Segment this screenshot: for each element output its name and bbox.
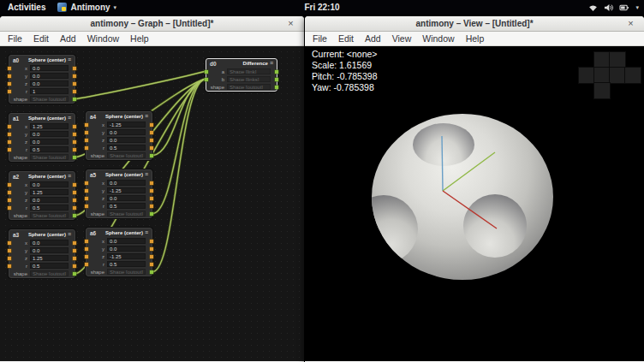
output-port[interactable] xyxy=(150,154,153,157)
output-port[interactable] xyxy=(73,191,76,194)
node-menu-icon[interactable]: ≡ xyxy=(68,232,71,237)
value-input[interactable]: 0.0 xyxy=(30,131,69,137)
value-input[interactable]: 0.0 xyxy=(30,139,69,145)
value-input[interactable]: 0.0 xyxy=(30,65,69,71)
value-input[interactable]: -1.25 xyxy=(107,122,146,128)
clock-button[interactable]: Fri 22:10 xyxy=(304,3,339,12)
output-port[interactable] xyxy=(150,146,153,150)
output-port[interactable] xyxy=(73,264,76,268)
output-port[interactable] xyxy=(73,199,76,202)
node-d0[interactable]: d0Difference≡aShape [link]bShape [links]… xyxy=(206,58,277,92)
input-port[interactable] xyxy=(205,78,208,81)
node-title-bar[interactable]: a5Sphere (center)≡ xyxy=(86,170,152,179)
menu-help[interactable]: Help xyxy=(130,33,149,44)
output-port[interactable] xyxy=(275,70,278,74)
value-input[interactable]: 0.0 xyxy=(30,80,69,86)
menu-view[interactable]: View xyxy=(392,33,412,44)
output-port[interactable] xyxy=(150,212,153,216)
value-input[interactable]: 0.0 xyxy=(30,73,69,79)
close-icon[interactable]: × xyxy=(285,17,296,30)
graph-window-titlebar[interactable]: antimony – Graph – [Untitled]* × xyxy=(0,16,304,32)
input-port[interactable] xyxy=(85,263,88,266)
output-port[interactable] xyxy=(150,197,153,200)
output-port[interactable] xyxy=(150,247,153,251)
input-port[interactable] xyxy=(8,249,11,252)
value-input[interactable]: 0.5 xyxy=(107,145,146,151)
menu-window[interactable]: Window xyxy=(87,33,119,44)
input-port[interactable] xyxy=(8,206,11,210)
output-port[interactable] xyxy=(73,90,76,93)
input-port[interactable] xyxy=(8,133,11,136)
input-port[interactable] xyxy=(8,148,11,151)
node-a5[interactable]: a5Sphere (center)≡x0.0y-1.25z0.0r0.5shap… xyxy=(86,169,152,218)
activities-button[interactable]: Activities xyxy=(8,3,45,12)
system-tray[interactable]: ▾ xyxy=(588,0,639,15)
output-port[interactable] xyxy=(73,206,76,210)
input-port[interactable] xyxy=(205,70,208,74)
output-port[interactable] xyxy=(73,133,76,136)
value-input[interactable]: 0.0 xyxy=(30,240,69,246)
node-menu-icon[interactable]: ≡ xyxy=(68,57,71,62)
view-3d-canvas[interactable]: Current: <none>Scale: 1.61569Pitch: -0.7… xyxy=(305,46,644,361)
input-port[interactable] xyxy=(8,125,11,128)
value-input[interactable]: 0.0 xyxy=(107,238,146,244)
input-port[interactable] xyxy=(85,131,88,134)
output-port[interactable] xyxy=(73,257,76,260)
output-port[interactable] xyxy=(150,131,153,134)
input-port[interactable] xyxy=(8,140,11,144)
input-port[interactable] xyxy=(8,264,11,268)
menu-help[interactable]: Help xyxy=(466,33,485,44)
node-menu-icon[interactable]: ≡ xyxy=(68,174,71,179)
input-port[interactable] xyxy=(8,90,11,93)
node-title-bar[interactable]: a3Sphere (center)≡ xyxy=(9,230,75,239)
node-a6[interactable]: a6Sphere (center)≡x0.0y0.0z-1.25r0.5shap… xyxy=(86,228,152,276)
node-title-bar[interactable]: a1Sphere (center)≡ xyxy=(9,114,75,122)
node-menu-icon[interactable]: ≡ xyxy=(145,172,148,177)
node-a3[interactable]: a3Sphere (center)≡x0.0y0.0z1.25r0.5shape… xyxy=(9,229,75,278)
output-port[interactable] xyxy=(73,148,76,151)
output-port[interactable] xyxy=(150,181,153,185)
node-title-bar[interactable]: a6Sphere (center)≡ xyxy=(86,228,152,237)
value-input[interactable]: 0.0 xyxy=(107,246,146,252)
input-port[interactable] xyxy=(85,205,88,208)
menu-edit[interactable]: Edit xyxy=(33,33,49,44)
value-input[interactable]: 1.25 xyxy=(30,255,69,261)
input-port[interactable] xyxy=(85,139,88,142)
menu-window[interactable]: Window xyxy=(422,33,454,44)
output-port[interactable] xyxy=(275,86,278,89)
node-title-bar[interactable]: d0Difference≡ xyxy=(206,59,277,68)
input-port[interactable] xyxy=(85,240,88,243)
node-a1[interactable]: a1Sphere (center)≡x1.25y0.0z0.0r0.5shape… xyxy=(9,113,75,162)
output-port[interactable] xyxy=(150,263,153,266)
node-menu-icon[interactable]: ≡ xyxy=(145,230,148,235)
node-menu-icon[interactable]: ≡ xyxy=(68,116,71,121)
output-port[interactable] xyxy=(73,125,76,128)
output-port[interactable] xyxy=(73,67,76,70)
menu-add[interactable]: Add xyxy=(365,33,381,44)
node-a2[interactable]: a2Sphere (center)≡x0.0y1.25z0.0r0.5shape… xyxy=(9,171,75,220)
node-a4[interactable]: a4Sphere (center)≡x-1.25y0.0z0.0r0.5shap… xyxy=(86,111,152,160)
value-input[interactable]: 0.5 xyxy=(30,146,69,152)
node-title-bar[interactable]: a2Sphere (center)≡ xyxy=(9,172,75,181)
output-port[interactable] xyxy=(150,189,153,193)
node-title-bar[interactable]: a4Sphere (center)≡ xyxy=(86,112,152,121)
menu-file[interactable]: File xyxy=(8,33,22,44)
value-input[interactable]: 0.5 xyxy=(107,203,146,209)
close-icon[interactable]: × xyxy=(625,17,636,30)
output-port[interactable] xyxy=(275,78,278,81)
input-port[interactable] xyxy=(8,74,11,78)
input-port[interactable] xyxy=(85,247,88,251)
value-input[interactable]: 1.25 xyxy=(30,123,69,129)
input-port[interactable] xyxy=(85,189,88,193)
output-port[interactable] xyxy=(73,74,76,78)
input-port[interactable] xyxy=(8,241,11,245)
value-input[interactable]: 0.0 xyxy=(30,181,69,187)
menu-edit[interactable]: Edit xyxy=(338,33,354,44)
output-port[interactable] xyxy=(73,183,76,187)
input-port[interactable] xyxy=(8,191,11,194)
value-input[interactable]: 0.5 xyxy=(30,263,69,269)
input-port[interactable] xyxy=(85,197,88,200)
input-port[interactable] xyxy=(85,146,88,150)
input-port[interactable] xyxy=(8,257,11,260)
node-menu-icon[interactable]: ≡ xyxy=(145,114,148,119)
